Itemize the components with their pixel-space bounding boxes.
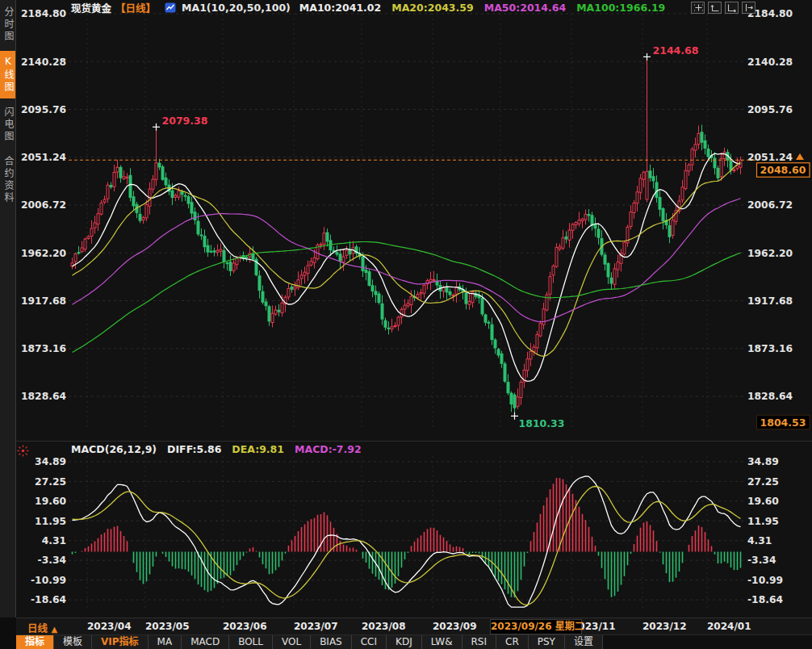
svg-text:19.60: 19.60 xyxy=(747,496,779,507)
scale-auto-icon[interactable] xyxy=(708,2,722,14)
svg-text:1962.20: 1962.20 xyxy=(747,248,793,259)
svg-text:1828.64: 1828.64 xyxy=(21,391,66,402)
x-axis-label: 2023/07 xyxy=(294,621,337,632)
indicator-settings-icon[interactable] xyxy=(17,445,29,460)
toolbar-item-vip-indicator[interactable]: VIP指标 xyxy=(92,635,149,649)
svg-text:34.89: 34.89 xyxy=(35,456,66,467)
svg-text:2006.72: 2006.72 xyxy=(747,199,793,211)
svg-text:1810.33: 1810.33 xyxy=(519,417,565,429)
toolbar-item-settings[interactable]: 设置 xyxy=(565,635,603,649)
svg-text:2140.28: 2140.28 xyxy=(747,57,793,68)
svg-text:1828.64: 1828.64 xyxy=(747,391,793,402)
period-label: 【日线】 xyxy=(115,0,156,15)
period-selector-label: 日线 xyxy=(27,622,48,634)
svg-text:-10.99: -10.99 xyxy=(747,575,783,586)
svg-text:2184.80: 2184.80 xyxy=(21,8,66,19)
svg-text:1917.68: 1917.68 xyxy=(21,295,66,307)
svg-text:-3.34: -3.34 xyxy=(38,555,66,566)
svg-text:1873.16: 1873.16 xyxy=(747,343,793,354)
macd-value-1: DIFF:5.86 xyxy=(167,443,221,455)
svg-text:1962.20: 1962.20 xyxy=(21,248,66,259)
macd-value-3: MACD:-7.92 xyxy=(295,443,362,455)
toolbar-item-cr[interactable]: CR xyxy=(496,635,529,649)
toolbar-item-lw[interactable]: LW& xyxy=(422,635,463,649)
x-axis-label: 2023/12 xyxy=(642,621,686,632)
svg-text:4.31: 4.31 xyxy=(42,535,66,546)
toolbar-item-bias[interactable]: BIAS xyxy=(311,635,352,649)
svg-text:2079.38: 2079.38 xyxy=(162,115,208,127)
trading-terminal: 2184.802184.802140.282140.282095.762095.… xyxy=(0,0,812,649)
macd-header: MACD(26,12,9)DIFF:5.86DEA:9.81MACD:-7.92 xyxy=(71,443,362,455)
svg-text:1804.53: 1804.53 xyxy=(760,417,806,429)
pan-right-icon[interactable] xyxy=(742,2,755,14)
ma-value-3: MA100:1966.19 xyxy=(576,2,665,14)
x-axis-label: 2023/09 xyxy=(433,621,476,632)
sidebar-tab-lightning-chart[interactable]: 闪电图 xyxy=(0,102,15,148)
crosshair-icon[interactable] xyxy=(691,2,705,14)
chevron-up-icon: ▲ xyxy=(51,625,57,634)
x-axis-label: 2023/06 xyxy=(223,621,266,632)
svg-text:-10.99: -10.99 xyxy=(31,575,66,586)
toolbar-item-boll[interactable]: BOLL xyxy=(229,635,273,649)
indicator-toolbar: 指标模板VIP指标MAMACDBOLLVOLBIASCCIKDJLW&RSICR… xyxy=(16,634,812,649)
x-axis-label: 2023/04 xyxy=(87,621,131,632)
svg-text:2095.76: 2095.76 xyxy=(21,104,66,115)
time-axis: 日线 ▲ 2023/042023/052023/062023/072023/08… xyxy=(16,618,812,634)
toolbar-item-ma[interactable]: MA xyxy=(149,635,182,649)
svg-text:34.89: 34.89 xyxy=(747,456,779,467)
svg-text:27.25: 27.25 xyxy=(35,476,66,488)
svg-text:1873.16: 1873.16 xyxy=(21,343,66,354)
sidebar: 分时图K线图闪电图合约资料 xyxy=(0,0,16,618)
sidebar-tab-contract-info[interactable]: 合约资料 xyxy=(0,151,15,209)
toolbar-item-psy[interactable]: PSY xyxy=(529,635,565,649)
macd-value-0: MACD(26,12,9) xyxy=(71,443,157,455)
x-axis-label: 2023/05 xyxy=(145,621,189,632)
line-chart-icon[interactable] xyxy=(165,2,176,13)
toolbar-item-rsi[interactable]: RSI xyxy=(463,635,497,649)
ma-value-0: MA10:2041.02 xyxy=(299,2,381,14)
ma-settings-label: MA1(10,20,50,100) xyxy=(182,2,291,14)
svg-text:-18.64: -18.64 xyxy=(747,594,783,605)
date-tooltip: 2023/09/26 星期二 xyxy=(490,619,582,634)
scale-right-icon[interactable] xyxy=(725,2,739,14)
svg-text:2048.60: 2048.60 xyxy=(760,164,806,176)
svg-text:2144.68: 2144.68 xyxy=(653,44,699,57)
svg-text:2006.72: 2006.72 xyxy=(21,199,66,211)
x-axis-label: 2023/08 xyxy=(362,621,405,632)
svg-text:2140.28: 2140.28 xyxy=(21,57,66,68)
toolbar-item-template[interactable]: 模板 xyxy=(54,635,92,649)
toolbar-item-macd[interactable]: MACD xyxy=(182,635,229,649)
sidebar-tab-timeshare-chart[interactable]: 分时图 xyxy=(0,2,15,48)
period-selector-button[interactable]: 日线 ▲ xyxy=(27,620,57,635)
ma-value-1: MA20:2043.59 xyxy=(391,2,473,14)
svg-text:-3.34: -3.34 xyxy=(747,555,776,566)
svg-text:11.95: 11.95 xyxy=(747,516,779,527)
svg-text:4.31: 4.31 xyxy=(747,535,772,546)
macd-value-2: DEA:9.81 xyxy=(232,443,284,455)
chart-tool-icons xyxy=(691,2,755,14)
svg-text:1917.68: 1917.68 xyxy=(747,295,793,307)
sidebar-tab-kline-chart[interactable]: K线图 xyxy=(0,51,15,98)
svg-text:2051.24: 2051.24 xyxy=(747,152,793,163)
ma-values: MA10:2041.02MA20:2043.59MA50:2014.64MA10… xyxy=(299,2,666,14)
symbol-name: 现货黄金 xyxy=(71,0,111,15)
svg-text:19.60: 19.60 xyxy=(35,496,66,507)
toolbar-item-cci[interactable]: CCI xyxy=(352,635,387,649)
x-axis-label: 2024/01 xyxy=(707,621,751,632)
toolbar-item-vol[interactable]: VOL xyxy=(273,635,311,649)
toolbar-item-indicator[interactable]: 指标 xyxy=(16,635,54,649)
toolbar-filler xyxy=(603,635,812,649)
svg-text:27.25: 27.25 xyxy=(747,476,779,488)
svg-text:2051.24: 2051.24 xyxy=(21,152,66,163)
ma-value-2: MA50:2014.64 xyxy=(484,2,566,14)
candlestick-chart-canvas[interactable]: 2184.802184.802140.282140.282095.762095.… xyxy=(0,0,812,618)
chart-header: 现货黄金 【日线】 MA1(10,20,50,100) MA10:2041.02… xyxy=(71,1,665,14)
svg-text:2095.76: 2095.76 xyxy=(747,104,793,115)
svg-text:11.95: 11.95 xyxy=(35,516,66,527)
toolbar-item-kdj[interactable]: KDJ xyxy=(387,635,422,649)
svg-text:-18.64: -18.64 xyxy=(31,594,66,605)
